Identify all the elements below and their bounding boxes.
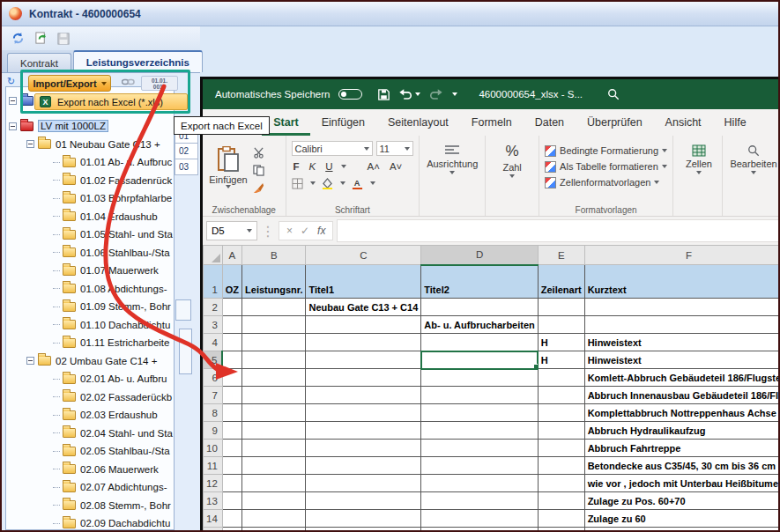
- tree-item[interactable]: 01.03 Bohrpfahlarbe: [7, 189, 199, 208]
- row-header[interactable]: 14: [204, 510, 223, 528]
- sheet-header-cell[interactable]: Titel2: [421, 265, 538, 299]
- cut-icon[interactable]: [252, 146, 264, 159]
- tree-item[interactable]: 01.04 Erdaushub: [7, 208, 199, 226]
- sheet-cell[interactable]: Zulage zu 60: [584, 510, 779, 528]
- sheet-cell[interactable]: [421, 299, 538, 316]
- tree-item[interactable]: 01.10 Dachabdichtu: [7, 316, 199, 335]
- sheet-cell[interactable]: [584, 316, 779, 334]
- undo-icon[interactable]: [398, 89, 420, 100]
- formula-input[interactable]: [337, 219, 779, 242]
- sheet-cell[interactable]: [306, 475, 421, 492]
- sheet-cell[interactable]: [222, 387, 241, 404]
- row-header[interactable]: 5: [204, 351, 223, 369]
- tree-item[interactable]: 01.06 Stahlbau-/Sta: [7, 244, 199, 262]
- sheet-cell[interactable]: [421, 475, 538, 492]
- excel-tab-überprüfen[interactable]: Überprüfen: [576, 109, 654, 136]
- sheet-cell[interactable]: [222, 334, 241, 351]
- tab-leistungsverzeichnis[interactable]: Leistungsverzeichnis: [73, 50, 203, 72]
- select-all-corner[interactable]: [204, 246, 223, 265]
- sheet-cell[interactable]: [222, 492, 241, 510]
- sheet-cell[interactable]: [242, 510, 306, 528]
- copy-icon[interactable]: [252, 164, 264, 176]
- sheet-cell[interactable]: [538, 528, 584, 532]
- date-level-button[interactable]: 01.01. 0010: [141, 76, 178, 91]
- sheet-cell[interactable]: H: [538, 351, 584, 369]
- sheet-cell[interactable]: [222, 404, 241, 422]
- sheet-cell[interactable]: [242, 351, 306, 369]
- sheet-cell[interactable]: [421, 404, 538, 422]
- expander-minus-icon[interactable]: [26, 140, 34, 148]
- style-button[interactable]: Als Tabelle formatieren: [545, 159, 667, 174]
- editing-button[interactable]: Bearbeiten: [728, 144, 779, 174]
- sheet-cell[interactable]: [421, 492, 538, 510]
- sheet-cell[interactable]: [306, 510, 421, 528]
- sheet-cell[interactable]: wie vor , jedoch mit Unterbau Heißbitume: [584, 475, 779, 492]
- excel-tab-daten[interactable]: Daten: [524, 109, 576, 136]
- col-header[interactable]: C: [306, 246, 421, 265]
- sheet-cell[interactable]: [538, 422, 584, 440]
- tab-kontrakt[interactable]: Kontrakt: [7, 53, 71, 72]
- sheet-cell[interactable]: Komplettabbruch Nottreppenhaus Achse A-: [584, 404, 779, 422]
- tree-item[interactable]: 02.07 Abdichtungs-: [7, 478, 199, 497]
- tree-item[interactable]: 02.08 Stemm-, Bohr: [7, 497, 199, 515]
- expander-minus-icon[interactable]: [26, 357, 34, 365]
- sheet-cell[interactable]: [306, 334, 421, 351]
- sheet-cell[interactable]: Ab- u. Aufbrucharbeiten: [421, 316, 538, 334]
- sheet-cell[interactable]: [242, 457, 306, 475]
- link-icon[interactable]: [122, 78, 135, 86]
- sheet-cell[interactable]: [306, 528, 421, 532]
- sheet-cell[interactable]: Betondecke aus C35/45, 30 cm bis 36 cm d: [584, 457, 779, 475]
- sheet-cell[interactable]: [242, 492, 306, 510]
- search-icon[interactable]: [607, 88, 620, 100]
- import-export-button[interactable]: Import/Export: [28, 75, 111, 92]
- col-header[interactable]: B: [242, 246, 306, 265]
- font-color-icon[interactable]: A: [352, 177, 364, 189]
- row-header[interactable]: 11: [204, 457, 223, 475]
- sheet-cell[interactable]: Zulage zu Pos. 60+70: [584, 492, 779, 510]
- cancel-icon[interactable]: ×: [286, 225, 293, 237]
- tree-item[interactable]: 02.06 Mauerwerk: [7, 461, 199, 479]
- tree-item[interactable]: 01.05 Stahl- und Sta: [7, 225, 199, 244]
- sheet-cell[interactable]: [242, 316, 306, 334]
- sheet-header-cell[interactable]: Titel1: [306, 265, 421, 299]
- row-header[interactable]: 9: [204, 422, 223, 440]
- sheet-cell[interactable]: [222, 528, 241, 532]
- sheet-cell[interactable]: [242, 387, 306, 404]
- sheet-cell[interactable]: [222, 369, 241, 387]
- style-button[interactable]: Zellenformatvorlagen: [545, 174, 667, 190]
- sheet-cell[interactable]: [242, 299, 306, 316]
- tree-item[interactable]: 02.04 Stahl- und Sta: [7, 425, 199, 443]
- sheet-cell[interactable]: [421, 528, 538, 532]
- sheet-cell[interactable]: [242, 440, 306, 457]
- row-header[interactable]: 3: [204, 316, 223, 334]
- col-header[interactable]: F: [584, 246, 779, 265]
- style-button[interactable]: Bedingte Formatierung: [545, 143, 667, 159]
- tree-item[interactable]: LV mit 1000LZ: [7, 117, 199, 136]
- sheet-cell[interactable]: [222, 440, 241, 457]
- sheet-cell[interactable]: [242, 334, 306, 351]
- sheet-header-cell[interactable]: Leistungsnr.: [242, 265, 306, 299]
- decrease-font-icon[interactable]: A˅: [388, 161, 404, 172]
- col-header[interactable]: D: [421, 246, 538, 265]
- sheet-cell[interactable]: [421, 457, 538, 475]
- sheet-cell[interactable]: Neubau Gate C13 + C14: [306, 299, 421, 316]
- sheet-cell[interactable]: [306, 404, 421, 422]
- row-header[interactable]: 6: [204, 369, 223, 387]
- tree-item[interactable]: 02.01 Ab- u. Aufbru: [7, 370, 199, 388]
- row-header[interactable]: 4: [204, 334, 223, 351]
- sheet-cell[interactable]: [538, 316, 584, 334]
- sheet-cell[interactable]: Hinweistext: [584, 334, 779, 351]
- sheet-cell[interactable]: [242, 422, 306, 440]
- sheet-cell[interactable]: [242, 404, 306, 422]
- sheet-cell[interactable]: [222, 422, 241, 440]
- tree-item[interactable]: 02.02 Fassaderückb: [7, 388, 199, 407]
- sheet-cell[interactable]: Zulage zu Pos. 60: [584, 528, 779, 532]
- bold-button[interactable]: F: [292, 161, 301, 172]
- sheet-header-cell[interactable]: Kurztext: [584, 265, 779, 299]
- sheet-cell[interactable]: [421, 351, 538, 369]
- tree-item[interactable]: 01.01 Ab- u. Aufbruc: [7, 153, 199, 172]
- redo-icon[interactable]: [429, 89, 443, 100]
- sheet-cell[interactable]: [421, 440, 538, 457]
- tree-item[interactable]: 01.11 Estricharbeite: [7, 334, 199, 352]
- tree-item[interactable]: 01.09 Stemm-, Bohr: [7, 298, 199, 316]
